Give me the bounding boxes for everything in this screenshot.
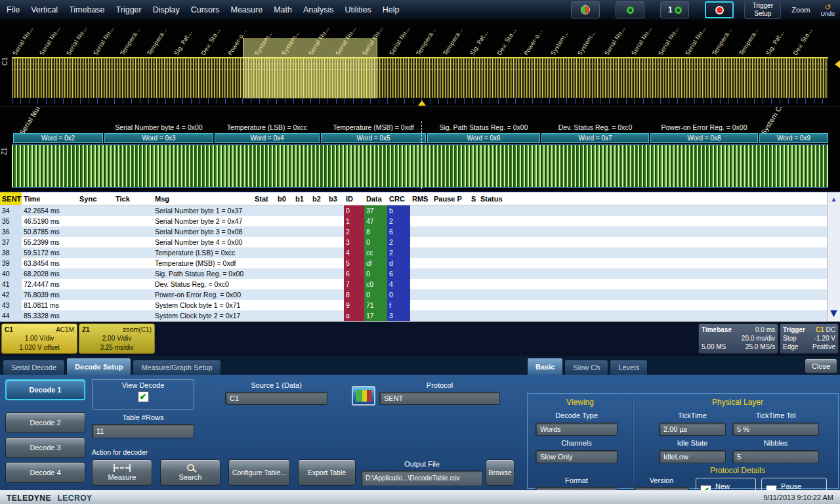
decode-label: System...: [577, 30, 597, 56]
cell-id: 8: [344, 289, 364, 300]
cell-data: 8: [364, 226, 387, 237]
cell-msg: Serial Number byte 1 = 0x37: [153, 205, 253, 216]
panel-tab[interactable]: Slow Ch: [564, 360, 608, 375]
table-row[interactable]: 4068.2028 msSig. Path Status Reg. = 0x00…: [0, 268, 827, 279]
view-decode-checkbox[interactable]: [138, 391, 149, 402]
c1-waveform-area[interactable]: C1 Serial Nu...Serial Nu...Serial Nu...S…: [0, 20, 840, 107]
measure-button[interactable]: Measure: [92, 459, 152, 486]
scroll-up-button[interactable]: [828, 192, 840, 203]
table-row[interactable]: 4276.8039 msPower-on Error Reg. = 0x0080…: [0, 289, 827, 300]
menu-item[interactable]: Measure: [229, 4, 264, 16]
dialog-tabs: Serial DecodeDecode SetupMeasure/Graph S…: [3, 358, 222, 375]
decode-label: Tempera...: [146, 27, 169, 56]
cell-rms: [410, 226, 432, 237]
idle-state-dropdown[interactable]: IdleLow: [659, 450, 726, 463]
menu-item[interactable]: File: [5, 4, 21, 16]
cell-pausep: [432, 279, 469, 289]
cell-sync: [77, 268, 114, 279]
ticktime-tol-dropdown[interactable]: 5 %: [732, 423, 819, 436]
trigger-setup-button[interactable]: Trigger Setup: [744, 1, 781, 19]
scroll-down-button[interactable]: [828, 304, 840, 322]
ticktime-dropdown[interactable]: 2.00 µs: [659, 423, 726, 436]
timebase-descriptor-box[interactable]: Timebase 0.0 ms 20.0 ms/div 5.00 MS 25.0…: [698, 324, 778, 354]
cell-tick: [114, 268, 153, 279]
cell-time: 76.8039 ms: [22, 289, 77, 300]
cell-b2: [310, 258, 327, 268]
protocol-dropdown[interactable]: SENT: [379, 392, 500, 405]
close-button[interactable]: Close: [805, 358, 837, 373]
decode-table-grid: SENTTimeSyncTickMsgStatb0b1b2b3IDDataCRC…: [0, 192, 827, 322]
single-trigger-button[interactable]: 1: [660, 1, 689, 18]
menu-item[interactable]: Help: [381, 4, 401, 16]
menu-item[interactable]: Vertical: [30, 4, 59, 16]
table-row[interactable]: 4172.4447 msDev. Status Reg. = 0xc07c04: [0, 279, 827, 289]
table-row[interactable]: 3546.5190 msSerial Number byte 2 = 0x471…: [0, 216, 827, 226]
menu-item[interactable]: Cursors: [190, 4, 221, 16]
menu-item[interactable]: Timebase: [68, 4, 106, 16]
descriptor-strip: C1 AC1M 1.00 V/div 1.020 V offset Z1 zoo…: [0, 322, 840, 356]
cell-tick: [114, 310, 153, 321]
cell-time: 46.5190 ms: [22, 216, 77, 226]
source-input[interactable]: C1: [225, 392, 327, 405]
decode-select-button[interactable]: Decode 1: [5, 379, 85, 400]
cell-id: 2: [344, 226, 364, 237]
table-row[interactable]: 3859.5172 msTemperature (LSB) = 0xcc4cc2: [0, 247, 827, 258]
configure-table-button[interactable]: Configure Table...: [228, 459, 290, 486]
browse-button[interactable]: Browse: [486, 459, 514, 486]
output-file-input[interactable]: D:\Applicatio...\DecodeTable.csv: [361, 471, 483, 486]
undo-label: Undo: [820, 10, 835, 17]
dialog-tab[interactable]: Measure/Graph Setup: [133, 360, 220, 375]
table-row[interactable]: 3442.2654 msSerial Number byte 1 = 0x370…: [0, 205, 827, 216]
normal-trigger-button[interactable]: [616, 1, 644, 18]
panel-tab[interactable]: Levels: [610, 360, 648, 375]
decode-label: Sig. Pat...: [469, 30, 490, 56]
cell-b0: [276, 237, 293, 247]
table-rows-input[interactable]: 11: [92, 424, 194, 438]
cell-b2: [310, 310, 327, 321]
decode-type-dropdown[interactable]: Words: [536, 423, 618, 436]
cell-stat: [253, 279, 276, 289]
c1-descriptor-box[interactable]: C1 AC1M 1.00 V/div 1.020 V offset: [1, 324, 77, 354]
zoom-highlight-region[interactable]: [243, 38, 377, 98]
undo-button[interactable]: Undo: [820, 3, 835, 17]
stop-trigger-button[interactable]: [705, 1, 734, 18]
cell-status: [478, 205, 827, 216]
table-row[interactable]: 3963.8454 msTemperature (MSB) = 0xdf5dfd: [0, 258, 827, 268]
cell-time: 68.2028 ms: [22, 268, 77, 279]
menu-item[interactable]: Analysis: [302, 4, 335, 16]
nibbles-dropdown[interactable]: 5: [732, 450, 819, 463]
table-row[interactable]: 4485.3328 msSystem Clock byte 2 = 0x17a1…: [0, 310, 827, 321]
menu-item[interactable]: Math: [272, 4, 293, 16]
cell-b3: [327, 268, 344, 279]
cell-rms: [410, 268, 432, 279]
decode-select-button[interactable]: Decode 4: [5, 462, 85, 483]
dialog-tab[interactable]: Decode Setup: [66, 358, 131, 375]
cell-data: 47: [364, 216, 387, 226]
zoom-button[interactable]: Zoom: [791, 6, 810, 14]
channels-dropdown[interactable]: Slow Only: [536, 450, 618, 463]
table-row[interactable]: 3755.2399 msSerial Number byte 4 = 0x003…: [0, 237, 827, 247]
table-scrollbar[interactable]: [827, 192, 840, 322]
cell-id: 5: [344, 258, 364, 268]
z1-descriptor-box[interactable]: Z1 zoom(C1) 2.00 V/div 3.25 ms/div: [79, 324, 155, 354]
c1-decode-labels: Serial Nu...Serial Nu...Serial Nu...Seri…: [0, 20, 840, 58]
table-row[interactable]: 3650.8785 msSerial Number byte 3 = 0x082…: [0, 226, 827, 237]
trigger-descriptor-box[interactable]: Trigger C1 DC Stop -1.20 V Edge Positive: [780, 324, 839, 354]
search-button[interactable]: Search: [160, 459, 220, 486]
panel-divider: [633, 399, 633, 483]
z1-zoom-area[interactable]: Z1 Serial Num... System Cl... Serial Num…: [0, 107, 840, 192]
panel-tab[interactable]: Basic: [527, 358, 563, 375]
menu-item[interactable]: Utilities: [343, 4, 372, 16]
menu-item[interactable]: Trigger: [115, 4, 143, 16]
decode-select-button[interactable]: Decode 3: [5, 437, 85, 458]
auto-trigger-button[interactable]: [571, 1, 600, 18]
cell-stat: [253, 268, 276, 279]
menu-item[interactable]: Display: [152, 4, 181, 16]
dialog-tab[interactable]: Serial Decode: [3, 360, 65, 375]
decode-select-button[interactable]: Decode 2: [5, 412, 85, 433]
cell-crc: 2: [387, 247, 410, 258]
export-table-button[interactable]: Export Table: [298, 459, 356, 486]
table-row[interactable]: 4381.0811 msSystem Clock byte 1 = 0x7197…: [0, 300, 827, 310]
cell-sync: [77, 216, 114, 226]
cell-pausep: [432, 258, 469, 268]
